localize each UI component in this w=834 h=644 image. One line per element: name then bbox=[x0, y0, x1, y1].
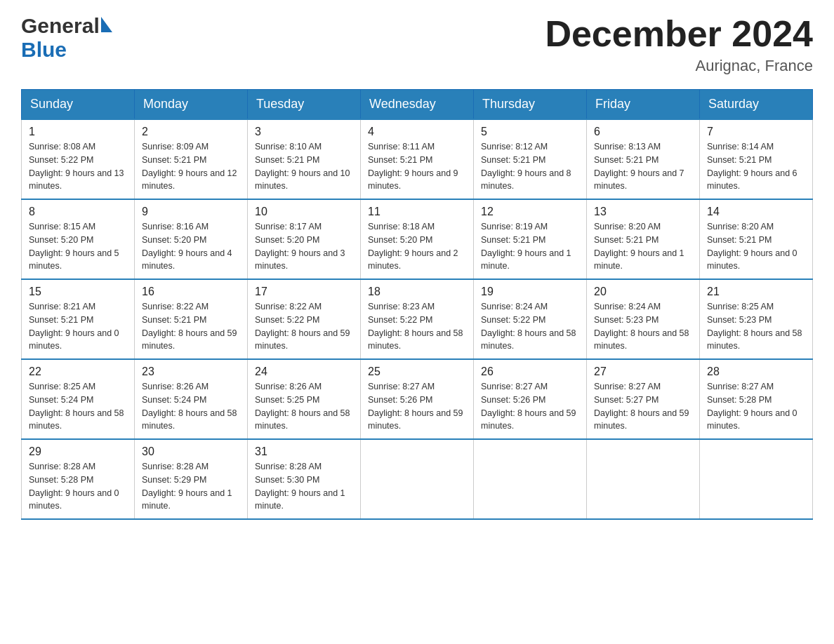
calendar-day-cell: 28 Sunrise: 8:27 AMSunset: 5:28 PMDaylig… bbox=[700, 359, 813, 439]
calendar-day-cell: 3 Sunrise: 8:10 AMSunset: 5:21 PMDayligh… bbox=[248, 119, 361, 199]
calendar-day-cell: 16 Sunrise: 8:22 AMSunset: 5:21 PMDaylig… bbox=[135, 279, 248, 359]
calendar-day-cell: 10 Sunrise: 8:17 AMSunset: 5:20 PMDaylig… bbox=[248, 199, 361, 279]
day-number: 13 bbox=[594, 206, 692, 218]
day-number: 8 bbox=[29, 206, 127, 218]
calendar-week-row: 15 Sunrise: 8:21 AMSunset: 5:21 PMDaylig… bbox=[22, 279, 813, 359]
day-info: Sunrise: 8:08 AMSunset: 5:22 PMDaylight:… bbox=[29, 142, 124, 191]
logo: General Blue bbox=[21, 14, 114, 62]
day-number: 14 bbox=[707, 206, 805, 218]
day-number: 10 bbox=[255, 206, 353, 218]
day-number: 31 bbox=[255, 445, 353, 458]
calendar-day-cell: 21 Sunrise: 8:25 AMSunset: 5:23 PMDaylig… bbox=[700, 279, 813, 359]
calendar-day-cell: 14 Sunrise: 8:20 AMSunset: 5:21 PMDaylig… bbox=[700, 199, 813, 279]
day-info: Sunrise: 8:11 AMSunset: 5:21 PMDaylight:… bbox=[368, 142, 458, 191]
day-number: 1 bbox=[29, 126, 127, 138]
calendar-day-cell: 17 Sunrise: 8:22 AMSunset: 5:22 PMDaylig… bbox=[248, 279, 361, 359]
calendar-day-cell: 23 Sunrise: 8:26 AMSunset: 5:24 PMDaylig… bbox=[135, 359, 248, 439]
day-number: 11 bbox=[368, 206, 466, 218]
day-number: 29 bbox=[29, 445, 127, 458]
day-number: 20 bbox=[594, 286, 692, 298]
day-info: Sunrise: 8:16 AMSunset: 5:20 PMDaylight:… bbox=[142, 222, 232, 271]
day-info: Sunrise: 8:22 AMSunset: 5:21 PMDaylight:… bbox=[142, 302, 237, 351]
calendar-day-header: Tuesday bbox=[248, 90, 361, 120]
day-info: Sunrise: 8:26 AMSunset: 5:24 PMDaylight:… bbox=[142, 382, 237, 431]
calendar-header-row: SundayMondayTuesdayWednesdayThursdayFrid… bbox=[22, 90, 813, 120]
day-info: Sunrise: 8:17 AMSunset: 5:20 PMDaylight:… bbox=[255, 222, 345, 271]
day-number: 6 bbox=[594, 126, 692, 138]
day-number: 12 bbox=[481, 206, 579, 218]
day-info: Sunrise: 8:27 AMSunset: 5:27 PMDaylight:… bbox=[594, 382, 689, 431]
day-info: Sunrise: 8:24 AMSunset: 5:23 PMDaylight:… bbox=[594, 302, 689, 351]
day-number: 24 bbox=[255, 365, 353, 378]
calendar-day-cell: 6 Sunrise: 8:13 AMSunset: 5:21 PMDayligh… bbox=[587, 119, 700, 199]
day-info: Sunrise: 8:23 AMSunset: 5:22 PMDaylight:… bbox=[368, 302, 463, 351]
calendar-day-cell: 20 Sunrise: 8:24 AMSunset: 5:23 PMDaylig… bbox=[587, 279, 700, 359]
calendar-week-row: 8 Sunrise: 8:15 AMSunset: 5:20 PMDayligh… bbox=[22, 199, 813, 279]
calendar-day-cell: 12 Sunrise: 8:19 AMSunset: 5:21 PMDaylig… bbox=[474, 199, 587, 279]
calendar-day-cell bbox=[361, 439, 474, 519]
title-section: December 2024 Aurignac, France bbox=[545, 14, 813, 75]
calendar-day-cell bbox=[587, 439, 700, 519]
logo-triangle-icon bbox=[101, 17, 112, 35]
calendar-day-header: Monday bbox=[135, 90, 248, 120]
day-info: Sunrise: 8:22 AMSunset: 5:22 PMDaylight:… bbox=[255, 302, 350, 351]
logo-blue-text: Blue bbox=[21, 38, 67, 61]
calendar-day-cell: 19 Sunrise: 8:24 AMSunset: 5:22 PMDaylig… bbox=[474, 279, 587, 359]
day-number: 22 bbox=[29, 365, 127, 378]
calendar-day-cell: 7 Sunrise: 8:14 AMSunset: 5:21 PMDayligh… bbox=[700, 119, 813, 199]
day-info: Sunrise: 8:28 AMSunset: 5:28 PMDaylight:… bbox=[29, 462, 119, 511]
calendar-day-header: Friday bbox=[587, 90, 700, 120]
location-text: Aurignac, France bbox=[545, 57, 813, 75]
day-info: Sunrise: 8:10 AMSunset: 5:21 PMDaylight:… bbox=[255, 142, 350, 191]
page-header: General Blue December 2024 Aurignac, Fra… bbox=[21, 14, 813, 75]
calendar-day-cell: 2 Sunrise: 8:09 AMSunset: 5:21 PMDayligh… bbox=[135, 119, 248, 199]
calendar-week-row: 1 Sunrise: 8:08 AMSunset: 5:22 PMDayligh… bbox=[22, 119, 813, 199]
day-number: 3 bbox=[255, 126, 353, 138]
day-info: Sunrise: 8:27 AMSunset: 5:28 PMDaylight:… bbox=[707, 382, 797, 431]
calendar-day-cell: 8 Sunrise: 8:15 AMSunset: 5:20 PMDayligh… bbox=[22, 199, 135, 279]
calendar-day-cell: 4 Sunrise: 8:11 AMSunset: 5:21 PMDayligh… bbox=[361, 119, 474, 199]
day-number: 21 bbox=[707, 286, 805, 298]
day-info: Sunrise: 8:18 AMSunset: 5:20 PMDaylight:… bbox=[368, 222, 458, 271]
day-info: Sunrise: 8:21 AMSunset: 5:21 PMDaylight:… bbox=[29, 302, 119, 351]
day-number: 9 bbox=[142, 206, 240, 218]
calendar-day-cell: 9 Sunrise: 8:16 AMSunset: 5:20 PMDayligh… bbox=[135, 199, 248, 279]
day-number: 25 bbox=[368, 365, 466, 378]
day-info: Sunrise: 8:09 AMSunset: 5:21 PMDaylight:… bbox=[142, 142, 237, 191]
day-info: Sunrise: 8:25 AMSunset: 5:24 PMDaylight:… bbox=[29, 382, 124, 431]
day-info: Sunrise: 8:20 AMSunset: 5:21 PMDaylight:… bbox=[594, 222, 684, 271]
calendar-day-cell: 26 Sunrise: 8:27 AMSunset: 5:26 PMDaylig… bbox=[474, 359, 587, 439]
calendar-day-cell: 11 Sunrise: 8:18 AMSunset: 5:20 PMDaylig… bbox=[361, 199, 474, 279]
day-info: Sunrise: 8:12 AMSunset: 5:21 PMDaylight:… bbox=[481, 142, 571, 191]
calendar-day-cell: 27 Sunrise: 8:27 AMSunset: 5:27 PMDaylig… bbox=[587, 359, 700, 439]
logo-general-text: General bbox=[21, 14, 100, 38]
day-number: 4 bbox=[368, 126, 466, 138]
day-info: Sunrise: 8:14 AMSunset: 5:21 PMDaylight:… bbox=[707, 142, 797, 191]
svg-marker-0 bbox=[101, 17, 112, 32]
day-info: Sunrise: 8:15 AMSunset: 5:20 PMDaylight:… bbox=[29, 222, 119, 271]
calendar-day-cell: 29 Sunrise: 8:28 AMSunset: 5:28 PMDaylig… bbox=[22, 439, 135, 519]
day-number: 16 bbox=[142, 286, 240, 298]
calendar-day-cell: 13 Sunrise: 8:20 AMSunset: 5:21 PMDaylig… bbox=[587, 199, 700, 279]
calendar-week-row: 29 Sunrise: 8:28 AMSunset: 5:28 PMDaylig… bbox=[22, 439, 813, 519]
day-info: Sunrise: 8:27 AMSunset: 5:26 PMDaylight:… bbox=[481, 382, 576, 431]
day-number: 27 bbox=[594, 365, 692, 378]
day-info: Sunrise: 8:24 AMSunset: 5:22 PMDaylight:… bbox=[481, 302, 576, 351]
day-number: 5 bbox=[481, 126, 579, 138]
calendar-table: SundayMondayTuesdayWednesdayThursdayFrid… bbox=[21, 89, 813, 520]
day-info: Sunrise: 8:26 AMSunset: 5:25 PMDaylight:… bbox=[255, 382, 350, 431]
calendar-day-header: Thursday bbox=[474, 90, 587, 120]
calendar-day-header: Wednesday bbox=[361, 90, 474, 120]
day-number: 30 bbox=[142, 445, 240, 458]
calendar-day-cell: 15 Sunrise: 8:21 AMSunset: 5:21 PMDaylig… bbox=[22, 279, 135, 359]
calendar-day-cell: 5 Sunrise: 8:12 AMSunset: 5:21 PMDayligh… bbox=[474, 119, 587, 199]
day-number: 7 bbox=[707, 126, 805, 138]
calendar-day-cell: 18 Sunrise: 8:23 AMSunset: 5:22 PMDaylig… bbox=[361, 279, 474, 359]
calendar-day-cell: 1 Sunrise: 8:08 AMSunset: 5:22 PMDayligh… bbox=[22, 119, 135, 199]
calendar-day-header: Sunday bbox=[22, 90, 135, 120]
day-number: 26 bbox=[481, 365, 579, 378]
day-number: 28 bbox=[707, 365, 805, 378]
calendar-day-cell: 22 Sunrise: 8:25 AMSunset: 5:24 PMDaylig… bbox=[22, 359, 135, 439]
day-info: Sunrise: 8:27 AMSunset: 5:26 PMDaylight:… bbox=[368, 382, 463, 431]
calendar-day-cell: 24 Sunrise: 8:26 AMSunset: 5:25 PMDaylig… bbox=[248, 359, 361, 439]
